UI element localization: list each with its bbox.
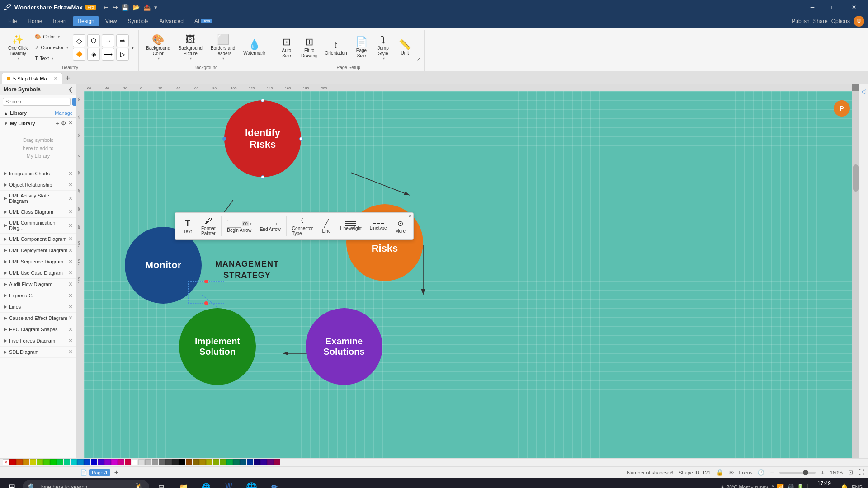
- list-item-uml-deployment[interactable]: ▶ UML Deployment Diagram ✕: [0, 245, 76, 256]
- search-input[interactable]: [3, 98, 71, 106]
- color-swatch[interactable]: [16, 459, 23, 465]
- menu-design[interactable]: Design: [73, 16, 99, 26]
- color-swatch[interactable]: [71, 459, 77, 465]
- color-swatch[interactable]: [152, 459, 158, 465]
- fit-to-drawing-button[interactable]: ⊞ Fit toDrawing: [298, 34, 321, 61]
- my-library-add-btn[interactable]: +: [56, 120, 59, 127]
- color-swatch[interactable]: [37, 459, 43, 465]
- color-swatch[interactable]: [84, 459, 90, 465]
- color-swatch[interactable]: [199, 459, 206, 465]
- share-button[interactable]: Share: [813, 18, 828, 24]
- background-color-button[interactable]: 🎨 BackgroundColor ▾: [143, 34, 173, 61]
- zoom-slider[interactable]: [779, 472, 816, 474]
- color-swatch[interactable]: [132, 459, 138, 465]
- taskbar-task-view[interactable]: ⊟: [151, 478, 171, 488]
- color-swatch[interactable]: [98, 459, 104, 465]
- taskbar-clock[interactable]: 17:49 27-10-2023: [811, 480, 837, 488]
- zoom-out-btn[interactable]: −: [770, 469, 774, 476]
- color-swatch[interactable]: [274, 459, 280, 465]
- color-swatch[interactable]: [226, 459, 233, 465]
- color-swatch[interactable]: [111, 459, 118, 465]
- list-item-uml-class[interactable]: ▶ UML Class Diagram ✕: [0, 206, 76, 218]
- maximize-button[interactable]: □: [823, 0, 844, 14]
- my-library-settings-btn[interactable]: ⚙: [61, 120, 66, 127]
- manage-button[interactable]: Manage: [55, 110, 73, 116]
- end-arrow-btn[interactable]: ——→ End Arrow: [256, 219, 284, 234]
- color-swatch[interactable]: [220, 459, 226, 465]
- list-item-infographic[interactable]: ▶ Infographic Charts ✕: [0, 168, 76, 179]
- color-swatch[interactable]: [50, 459, 57, 465]
- color-swatch[interactable]: [145, 459, 151, 465]
- more-icon[interactable]: ▾: [154, 4, 157, 11]
- add-page-btn[interactable]: +: [112, 469, 120, 477]
- list-item-express-g[interactable]: ▶ Express-G ✕: [0, 290, 76, 301]
- shape-extra-btn1[interactable]: ⇒: [116, 34, 129, 47]
- systray-network-icon[interactable]: 📶: [777, 484, 784, 488]
- canvas-area[interactable]: -60 -40 -20 0 20 40 60 80 100 120 140 16…: [77, 84, 859, 458]
- fullscreen-btn[interactable]: ⛶: [859, 469, 864, 476]
- list-item-uml-component[interactable]: ▶ UML Component Diagram ✕: [0, 234, 76, 245]
- color-swatch[interactable]: [159, 459, 165, 465]
- one-click-beautify-button[interactable]: ✨ One ClickBeautify ▾: [5, 34, 30, 61]
- list-item-lines[interactable]: ▶ Lines ✕: [0, 301, 76, 313]
- library-expand-icon[interactable]: ▲: [4, 111, 8, 116]
- color-swatch[interactable]: [64, 459, 70, 465]
- text-button[interactable]: TText▾: [32, 53, 71, 63]
- color-swatch[interactable]: [165, 459, 172, 465]
- systray-battery-icon[interactable]: 🔋: [797, 484, 804, 488]
- color-button[interactable]: 🎨Color▾: [32, 32, 71, 42]
- options-button[interactable]: Options: [831, 18, 850, 24]
- menu-view[interactable]: View: [101, 16, 122, 26]
- shape-grid-btn1[interactable]: ⬡: [87, 34, 100, 47]
- color-swatch[interactable]: [77, 459, 84, 465]
- tab-doc[interactable]: 5 Step Risk Ma... ✕: [2, 73, 62, 84]
- auto-size-button[interactable]: ⊡ AutoSize: [277, 34, 297, 61]
- color-swatch[interactable]: [125, 459, 131, 465]
- taskbar-chrome[interactable]: 🌐: [241, 478, 261, 488]
- tab-close-icon[interactable]: ✕: [54, 76, 57, 81]
- shape-arrow-btn1[interactable]: →: [102, 34, 114, 47]
- begin-arrow-btn[interactable]: —— 00 ▾ Begin Arrow: [223, 218, 255, 235]
- color-swatch[interactable]: [30, 459, 36, 465]
- list-item-uml-usecase[interactable]: ▶ UML Use Case Diagram ✕: [0, 267, 76, 279]
- taskbar-edrawmax[interactable]: ✏: [264, 478, 284, 488]
- color-swatch[interactable]: [240, 459, 246, 465]
- page-1-btn[interactable]: Page-1: [89, 469, 110, 476]
- connector-type-btn[interactable]: ⤹ ConnectorType: [288, 215, 316, 238]
- list-item-sdl[interactable]: ▶ SDL Diagram ✕: [0, 347, 76, 358]
- format-painter-btn[interactable]: 🖌 FormatPainter: [198, 215, 219, 238]
- color-swatch[interactable]: [186, 459, 192, 465]
- page-setup-expand-btn[interactable]: ↗: [417, 56, 420, 61]
- borders-headers-button[interactable]: ⬜ Borders andHeaders ▾: [208, 34, 238, 61]
- list-item-cause-effect[interactable]: ▶ Cause and Effect Diagram ✕: [0, 313, 76, 324]
- color-swatch[interactable]: [254, 459, 260, 465]
- save-icon[interactable]: 💾: [122, 4, 129, 11]
- floating-user-avatar[interactable]: P: [834, 100, 850, 117]
- more-btn[interactable]: ⊙ More: [392, 217, 410, 235]
- close-toolbar-btn[interactable]: ×: [408, 214, 411, 219]
- circle-identify-risks[interactable]: IdentifyRisks: [224, 100, 301, 177]
- menu-symbols[interactable]: Symbols: [123, 16, 153, 26]
- color-swatch[interactable]: [260, 459, 267, 465]
- taskbar-explorer[interactable]: 📁: [174, 478, 193, 488]
- menu-advanced[interactable]: Advanced: [155, 16, 188, 26]
- line-btn[interactable]: ╱ Line: [317, 217, 335, 235]
- notification-btn[interactable]: 🔔: [840, 483, 848, 488]
- text-tool-btn[interactable]: T Text: [179, 217, 197, 236]
- color-swatch[interactable]: [9, 459, 16, 465]
- list-item-epc[interactable]: ▶ EPC Diagram Shapes ✕: [0, 324, 76, 335]
- linetype-btn[interactable]: Linetype: [366, 220, 391, 232]
- no-fill-swatch[interactable]: ✕: [3, 459, 9, 465]
- taskbar-search[interactable]: 🔍 Type here to search 🐧: [23, 480, 149, 488]
- circle-implement-solution[interactable]: ImplementSolution: [179, 308, 256, 385]
- connector-button[interactable]: ↗Connector▾: [32, 42, 71, 52]
- unit-button[interactable]: 📏 Unit: [395, 34, 415, 61]
- more-beautify-btn[interactable]: ▾: [131, 43, 135, 52]
- focus-icon[interactable]: 👁: [729, 470, 734, 475]
- shape-grid-btn2[interactable]: ◈: [87, 48, 100, 61]
- right-panel-icon[interactable]: ◁: [861, 88, 866, 95]
- color-swatch[interactable]: [104, 459, 111, 465]
- menu-file[interactable]: File: [4, 16, 21, 26]
- fit-page-btn[interactable]: ⊡: [848, 469, 853, 476]
- color-swatch[interactable]: [213, 459, 219, 465]
